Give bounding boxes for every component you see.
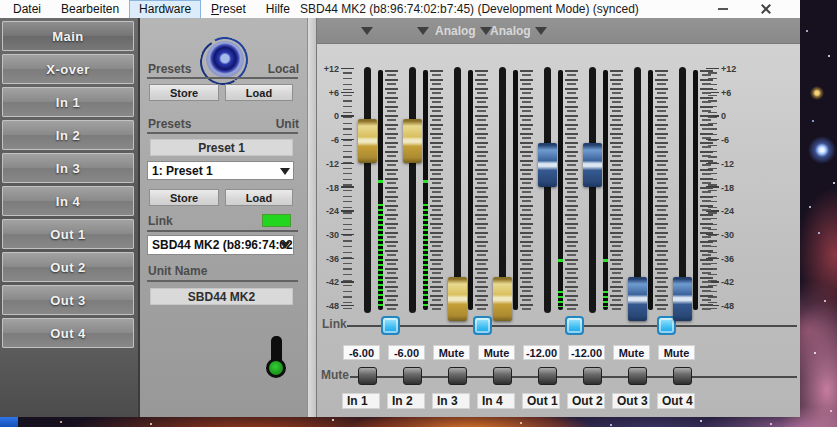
sidebar-item-in-1[interactable]: In 1 bbox=[2, 87, 134, 117]
level-meter-out-1 bbox=[558, 70, 563, 310]
link-checkbox-3[interactable] bbox=[565, 316, 584, 335]
meter-ruler-out-4 bbox=[700, 70, 713, 310]
sidebar-item-out-1[interactable]: Out 1 bbox=[2, 219, 134, 249]
mute-button-out-2[interactable] bbox=[583, 367, 602, 385]
mute-button-in-2[interactable] bbox=[403, 367, 422, 385]
mute-button-in-1[interactable] bbox=[358, 367, 377, 385]
fader-value-out-3[interactable]: Mute bbox=[613, 345, 650, 360]
source-selector-2[interactable] bbox=[413, 23, 429, 39]
local-label: Local bbox=[268, 62, 299, 76]
meter-peak-in-1 bbox=[378, 180, 383, 183]
source-selector-1[interactable] bbox=[357, 23, 373, 39]
meter-ruler-in-3 bbox=[475, 70, 488, 310]
mute-button-in-3[interactable] bbox=[448, 367, 467, 385]
fader-track-out-1[interactable] bbox=[544, 67, 551, 313]
scale-label: -30 bbox=[721, 230, 745, 240]
fader-value-in-4[interactable]: Mute bbox=[478, 345, 515, 360]
fader-track-out-4[interactable] bbox=[679, 67, 686, 313]
sidebar-item-out-4[interactable]: Out 4 bbox=[2, 318, 134, 348]
mute-row-label: Mute bbox=[321, 368, 349, 382]
fader-handle-out-3[interactable] bbox=[628, 277, 647, 321]
app-window: DateiBearbeitenHardwarePresetHilfe SBD44… bbox=[0, 0, 800, 417]
link-label: Link bbox=[148, 214, 173, 228]
link-row-label: Link bbox=[322, 317, 347, 331]
meter-ruler-in-4 bbox=[520, 70, 533, 310]
channel-label-in-2: In 2 bbox=[387, 393, 425, 409]
fader-handle-out-1[interactable] bbox=[538, 143, 557, 187]
link-checkbox-2[interactable] bbox=[473, 316, 492, 335]
fader-value-out-2[interactable]: -12.00 bbox=[568, 345, 605, 360]
menu-item-hardware[interactable]: Hardware bbox=[129, 0, 201, 19]
meter-ruler-out-2 bbox=[610, 70, 623, 310]
menu-item-bearbeiten[interactable]: Bearbeiten bbox=[51, 0, 129, 19]
chevron-down-icon bbox=[280, 242, 290, 249]
divider bbox=[147, 230, 298, 232]
load-unit-button[interactable]: Load bbox=[225, 189, 293, 206]
scale-label: -18 bbox=[315, 183, 339, 193]
mute-button-out-3[interactable] bbox=[628, 367, 647, 385]
fader-handle-out-2[interactable] bbox=[583, 143, 602, 187]
level-meter-out-2 bbox=[603, 70, 608, 310]
unit-label: Unit bbox=[276, 117, 299, 131]
menu-item-hilfe[interactable]: Hilfe bbox=[256, 0, 300, 19]
fader-handle-in-3[interactable] bbox=[448, 277, 467, 321]
load-local-button[interactable]: Load bbox=[225, 84, 293, 101]
fader-value-in-2[interactable]: -6.00 bbox=[388, 345, 425, 360]
scale-label: -42 bbox=[721, 277, 745, 287]
fader-track-in-3[interactable] bbox=[454, 67, 461, 313]
sidebar-nav: MainX-overIn 1In 2In 3In 4Out 1Out 2Out … bbox=[0, 18, 140, 417]
source-selector-4[interactable]: Analog bbox=[490, 23, 547, 39]
scale-label: -24 bbox=[315, 206, 339, 216]
fader-track-in-4[interactable] bbox=[499, 67, 506, 313]
screen: DateiBearbeitenHardwarePresetHilfe SBD44… bbox=[0, 0, 837, 427]
channel-label-out-3: Out 3 bbox=[612, 393, 650, 409]
fader-value-out-1[interactable]: -12.00 bbox=[523, 345, 560, 360]
scale-label: +12 bbox=[315, 64, 339, 74]
mute-button-out-1[interactable] bbox=[538, 367, 557, 385]
fader-value-in-3[interactable]: Mute bbox=[433, 345, 470, 360]
menu-item-preset[interactable]: Preset bbox=[201, 0, 256, 19]
preset-select[interactable]: 1: Preset 1 bbox=[147, 161, 294, 180]
unit-name-label: Unit Name bbox=[148, 264, 207, 278]
unit-name-header: Unit Name bbox=[148, 264, 299, 278]
fader-track-in-2[interactable] bbox=[409, 67, 416, 313]
fader-value-out-4[interactable]: Mute bbox=[658, 345, 695, 360]
title-bar: DateiBearbeitenHardwarePresetHilfe SBD44… bbox=[0, 0, 800, 18]
sidebar-item-in-3[interactable]: In 3 bbox=[2, 153, 134, 183]
sidebar-item-x-over[interactable]: X-over bbox=[2, 54, 134, 84]
fader-track-out-2[interactable] bbox=[589, 67, 596, 313]
store-local-button[interactable]: Store bbox=[149, 84, 219, 101]
device-select[interactable]: SBD44 MK2 (b8:96:74:02: bbox=[147, 235, 294, 255]
menu-item-datei[interactable]: Datei bbox=[3, 0, 51, 19]
mute-button-out-4[interactable] bbox=[673, 367, 692, 385]
preset-select-value: 1: Preset 1 bbox=[152, 164, 213, 178]
fader-track-out-3[interactable] bbox=[634, 67, 641, 313]
fader-value-in-1[interactable]: -6.00 bbox=[343, 345, 380, 360]
taskbar-fragment[interactable] bbox=[0, 417, 18, 427]
scale-label: -30 bbox=[315, 230, 339, 240]
sidebar-item-in-2[interactable]: In 2 bbox=[2, 120, 134, 150]
scale-label: -36 bbox=[721, 254, 745, 264]
sidebar-item-out-3[interactable]: Out 3 bbox=[2, 285, 134, 315]
minimize-button[interactable] bbox=[708, 0, 738, 18]
link-checkbox-1[interactable] bbox=[381, 316, 400, 335]
menu-bar: DateiBearbeitenHardwarePresetHilfe bbox=[3, 0, 300, 18]
link-status-led bbox=[262, 214, 291, 227]
fader-handle-in-1[interactable] bbox=[358, 119, 377, 163]
fader-handle-in-2[interactable] bbox=[403, 119, 422, 163]
store-unit-button[interactable]: Store bbox=[149, 189, 219, 206]
close-button[interactable] bbox=[750, 0, 782, 18]
mute-button-in-4[interactable] bbox=[493, 367, 512, 385]
meter-ruler-in-1 bbox=[385, 70, 398, 310]
fader-handle-in-4[interactable] bbox=[493, 277, 512, 321]
fader-handle-out-4[interactable] bbox=[673, 277, 692, 321]
sidebar-item-main[interactable]: Main bbox=[2, 21, 134, 51]
sidebar-item-out-2[interactable]: Out 2 bbox=[2, 252, 134, 282]
device-select-value: SBD44 MK2 (b8:96:74:02: bbox=[152, 238, 294, 252]
sidebar-item-in-4[interactable]: In 4 bbox=[2, 186, 134, 216]
source-selector-3[interactable]: Analog bbox=[435, 23, 492, 39]
fader-track-in-1[interactable] bbox=[364, 67, 371, 313]
presets-local-header: Presets Local bbox=[148, 62, 299, 76]
chevron-down-icon bbox=[535, 27, 547, 35]
meter-peak-in-2 bbox=[423, 180, 428, 183]
